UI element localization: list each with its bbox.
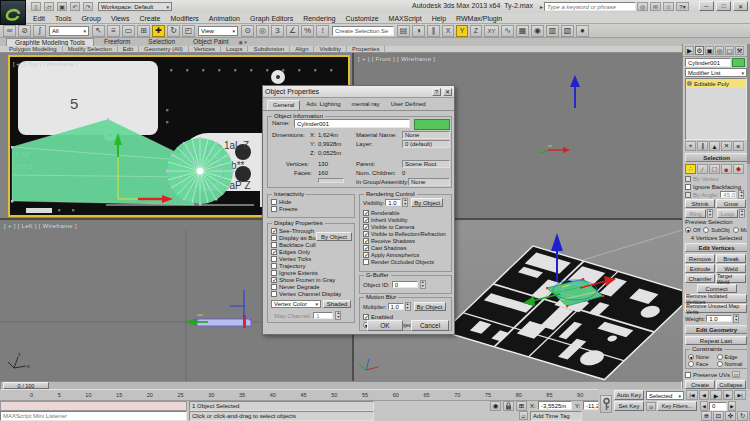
enabled-checkbox-row[interactable]: ✓ Enabled <box>360 313 451 320</box>
break-button[interactable]: Break <box>716 254 746 263</box>
map-channel-spinner[interactable]: ▲▼ <box>335 311 341 320</box>
shrink-button[interactable]: Shrink <box>685 199 715 208</box>
x-coordinate-field[interactable] <box>538 401 572 410</box>
time-tag-icon[interactable]: ▱ <box>519 411 528 420</box>
previous-frame-icon[interactable]: ◀ <box>699 390 709 400</box>
go-to-start-icon[interactable]: |◀ <box>686 390 698 400</box>
display-tab-icon[interactable]: ▢ <box>725 46 734 55</box>
multiplier-spinner[interactable]: ▲▼ <box>405 302 411 311</box>
constraint-radio-option[interactable]: Normal <box>717 360 746 367</box>
vertex-subobject-icon[interactable]: ∴ <box>685 164 696 174</box>
checkbox-row[interactable]: ✓Edges Only <box>271 248 352 255</box>
blur-by-object-button[interactable]: By Object <box>414 302 446 311</box>
ok-button[interactable]: OK <box>367 320 403 331</box>
window-crossing-icon[interactable]: ⊞ <box>137 25 150 37</box>
percent-snap-icon[interactable]: % <box>301 25 314 37</box>
object-color-swatch[interactable] <box>732 58 745 67</box>
communication-center-icon[interactable]: ✉ <box>650 2 661 11</box>
map-channel-field[interactable]: 1 <box>313 312 333 319</box>
utilities-tab-icon[interactable]: ⚒ <box>735 46 744 55</box>
front-view-gizmo[interactable] <box>540 75 580 153</box>
edit-geometry-rollout-header[interactable]: Edit Geometry <box>685 325 748 334</box>
snaps-toggle-icon[interactable]: 3 <box>271 25 284 37</box>
edge-subobject-icon[interactable]: ∕ <box>697 164 708 174</box>
selected-dropdown[interactable]: Selected▾ <box>646 391 684 400</box>
stack-item-editable-poly[interactable]: Editable Poly <box>686 79 746 88</box>
show-end-result-icon[interactable]: ∥ <box>697 141 708 151</box>
menu-item[interactable]: Customize <box>342 14 381 23</box>
render-setup-icon[interactable]: ▥ <box>546 25 559 37</box>
zoom-extents-icon[interactable]: ⊡ <box>713 411 724 421</box>
curve-editor-icon[interactable]: ∿ <box>501 25 514 37</box>
ribbon-panel-label[interactable]: Loops <box>221 46 248 53</box>
multiplier-field[interactable]: 1,0 <box>388 303 404 310</box>
set-key-toggle-icon[interactable] <box>600 395 612 413</box>
key-filters-button[interactable]: Key Filters... <box>657 401 697 411</box>
gizmo-x-axis-arrow[interactable] <box>186 318 196 326</box>
configure-modifier-sets-icon[interactable]: ≡ <box>733 141 744 151</box>
schematic-view-icon[interactable]: ▦ <box>516 25 529 37</box>
ribbon-panel-label[interactable]: Align <box>290 46 314 53</box>
search-expand-icon[interactable]: ▸ <box>540 3 543 10</box>
app-logo[interactable] <box>0 0 26 25</box>
object-name-field[interactable] <box>685 58 731 67</box>
favorites-star-icon[interactable]: ☆ <box>663 2 674 11</box>
checkbox-row[interactable]: ✓Renderable <box>363 209 450 216</box>
new-file-icon[interactable]: ▯ <box>31 2 41 11</box>
unlink-selection-icon[interactable]: ⊘ <box>18 25 31 37</box>
selected-object-edge-view[interactable] <box>186 290 251 328</box>
checkbox-row[interactable]: Never Degrade <box>271 283 352 290</box>
rotate-icon[interactable]: ↻ <box>167 25 180 37</box>
ring-spinner[interactable]: ▲▼ <box>707 209 713 218</box>
menu-item[interactable]: Graph Editors <box>247 14 296 23</box>
checkbox-row[interactable]: Hide <box>271 198 351 205</box>
element-subobject-icon[interactable]: ◆ <box>733 164 744 174</box>
render-by-object-button[interactable]: By Object <box>411 198 443 207</box>
workspace-dropdown[interactable]: Workspace: Default▾ <box>98 2 172 11</box>
checkbox-row[interactable]: Backface Cull <box>271 241 352 248</box>
tab-adv-lighting[interactable]: Adv. Lighting <box>301 100 345 109</box>
remove-unused-map-verts-button[interactable]: Remove Unused Map Verts <box>685 304 747 313</box>
checkbox-row[interactable]: ✓Receive Shadows <box>363 237 450 244</box>
key-filters-icon[interactable]: ⊙ <box>646 402 656 411</box>
save-file-icon[interactable]: ▣ <box>57 2 67 11</box>
material-editor-icon[interactable]: ◉ <box>531 25 544 37</box>
dialog-close-button[interactable]: ✕ <box>443 88 452 96</box>
tab-user-defined[interactable]: User Defined <box>386 100 431 109</box>
selection-filter-dropdown[interactable]: All▾ <box>49 26 89 36</box>
axis-constraint-z-button[interactable]: Z <box>470 25 482 37</box>
weight-spinner[interactable]: ▲▼ <box>733 314 739 323</box>
ribbon-panel-label[interactable]: Geometry (All) <box>139 46 189 53</box>
time-slider-handle[interactable]: 0 / 100 <box>3 382 49 389</box>
ribbon-panel-label[interactable]: Polygon Modeling <box>4 46 63 53</box>
maximize-button[interactable]: □ <box>716 1 731 11</box>
orbit-icon[interactable]: ↻ <box>737 411 748 421</box>
ribbon-panel-label[interactable]: Modify Selection <box>63 46 118 53</box>
pin-stack-icon[interactable]: ⌖ <box>685 141 696 151</box>
dialog-help-button[interactable]: ? <box>432 88 441 96</box>
by-angle-checkbox[interactable]: By Angle: 45,0 ▲▼ <box>685 191 748 198</box>
menu-item[interactable]: Tools <box>52 14 74 23</box>
ribbon-panel-label[interactable]: Edit <box>118 46 139 53</box>
reference-coordinate-dropdown[interactable]: View▾ <box>198 26 238 36</box>
viewport-front-label[interactable]: [ + ] [ Front ] [ Wireframe ] <box>358 56 435 62</box>
checkbox-row[interactable]: ✓Show Frozen in Gray <box>271 276 352 283</box>
border-subobject-icon[interactable]: ▢ <box>709 164 720 174</box>
edit-named-selection-sets-icon[interactable]: ▤ <box>397 25 410 37</box>
make-unique-icon[interactable]: ▲ <box>709 141 720 151</box>
select-and-link-icon[interactable]: ∞ <box>3 25 16 37</box>
selection-lock-icon[interactable] <box>503 401 514 411</box>
object-id-spinner[interactable]: ▲▼ <box>420 280 426 289</box>
preserve-uvs-checkbox[interactable]: Preserve UVs □ <box>685 371 748 378</box>
object-color-swatch[interactable] <box>414 119 450 130</box>
modifier-list-dropdown[interactable]: Modifier List▾ <box>685 68 747 77</box>
shaded-button[interactable]: Shaded <box>323 300 351 308</box>
checkbox-row[interactable]: ✓Apply Atmospherics <box>363 251 450 258</box>
constraint-radio-option[interactable]: Edge <box>717 353 746 360</box>
select-and-manipulate-icon[interactable]: ◎ <box>256 25 269 37</box>
set-key-button[interactable]: Set Key <box>614 401 644 411</box>
by-angle-field[interactable]: 45,0 <box>720 191 736 198</box>
open-file-icon[interactable]: ▱ <box>44 2 54 11</box>
menu-item[interactable]: Rendering <box>300 14 338 23</box>
minimize-button[interactable]: ─ <box>699 1 714 11</box>
